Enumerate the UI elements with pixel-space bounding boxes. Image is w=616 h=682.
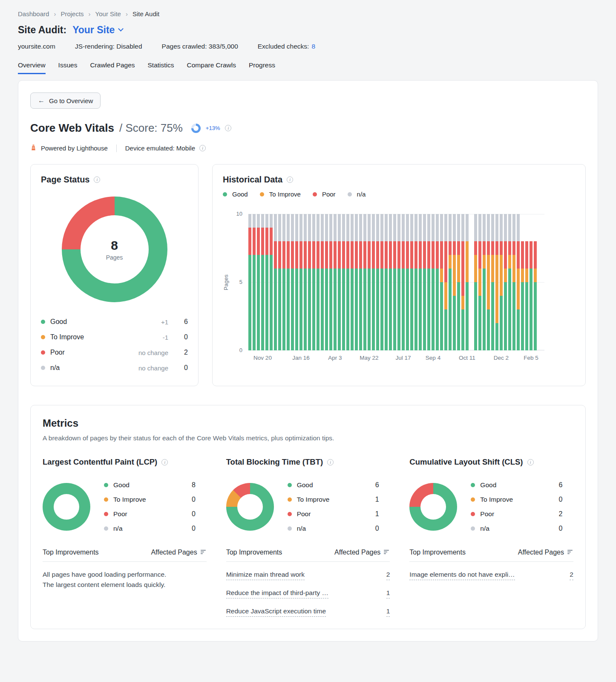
history-bar[interactable] <box>466 214 469 350</box>
history-bar[interactable] <box>338 214 341 350</box>
history-bar[interactable] <box>406 214 409 350</box>
history-bar[interactable] <box>359 214 362 350</box>
history-bar[interactable] <box>483 214 486 350</box>
history-bar[interactable] <box>317 214 320 350</box>
history-bar[interactable] <box>270 214 273 350</box>
improvement-link[interactable]: Minimize main thread work <box>226 571 305 580</box>
history-bar[interactable] <box>274 214 277 350</box>
history-bar[interactable] <box>295 214 298 350</box>
history-bar[interactable] <box>491 214 494 350</box>
history-bar[interactable] <box>248 214 251 350</box>
history-bar[interactable] <box>402 214 405 350</box>
breadcrumb-item-dashboard[interactable]: Dashboard <box>18 10 49 17</box>
history-bar[interactable] <box>393 214 396 350</box>
history-bar[interactable] <box>508 214 511 350</box>
legend-label: Poor <box>322 191 336 198</box>
history-bar[interactable] <box>517 214 520 350</box>
history-bar[interactable] <box>423 214 426 350</box>
history-bar[interactable] <box>376 214 379 350</box>
tab-crawled-pages[interactable]: Crawled Pages <box>90 61 135 74</box>
breadcrumb-item-projects[interactable]: Projects <box>60 10 83 17</box>
history-bar[interactable] <box>410 214 413 350</box>
history-bar[interactable] <box>299 214 302 350</box>
history-bar[interactable] <box>312 214 315 350</box>
history-bar[interactable] <box>368 214 371 350</box>
history-bar[interactable] <box>415 214 417 350</box>
history-bar[interactable] <box>278 214 281 350</box>
history-bar[interactable] <box>521 241 524 350</box>
history-bar[interactable] <box>436 214 439 350</box>
info-icon[interactable]: i <box>199 145 206 151</box>
history-bar[interactable] <box>325 214 328 350</box>
excluded-checks-link[interactable]: 8 <box>311 43 315 50</box>
history-bar[interactable] <box>530 241 533 350</box>
history-bar[interactable] <box>444 214 447 350</box>
history-bar[interactable] <box>478 214 481 350</box>
tab-statistics[interactable]: Statistics <box>148 61 174 74</box>
history-bar[interactable] <box>512 214 515 350</box>
info-icon[interactable]: i <box>287 176 293 183</box>
history-bar[interactable] <box>363 214 366 350</box>
affected-pages-count-link[interactable]: 1 <box>386 589 390 598</box>
history-bar[interactable] <box>534 241 537 350</box>
history-bar[interactable] <box>355 214 358 350</box>
history-bar[interactable] <box>440 214 443 350</box>
improvement-link[interactable]: Reduce the impact of third-party … <box>226 589 328 598</box>
history-bar[interactable] <box>380 214 383 350</box>
affected-pages-count-link[interactable]: 1 <box>386 607 390 617</box>
history-bar[interactable] <box>432 214 435 350</box>
history-bar[interactable] <box>304 214 307 350</box>
tab-issues[interactable]: Issues <box>58 61 78 74</box>
history-bar[interactable] <box>461 214 464 350</box>
history-bar[interactable] <box>342 214 345 350</box>
history-bar[interactable] <box>504 214 507 350</box>
history-bar[interactable] <box>321 214 324 350</box>
history-bar[interactable] <box>457 214 460 350</box>
poor-segment <box>355 241 358 269</box>
go-to-overview-button[interactable]: ← Go to Overview <box>30 92 101 109</box>
history-bar[interactable] <box>372 214 375 350</box>
tab-overview[interactable]: Overview <box>18 61 46 74</box>
history-bar[interactable] <box>495 214 498 350</box>
history-bar[interactable] <box>308 214 311 350</box>
history-bar[interactable] <box>287 214 290 350</box>
history-bar[interactable] <box>329 214 332 350</box>
history-bar[interactable] <box>427 214 430 350</box>
history-bar[interactable] <box>449 214 452 350</box>
history-bar[interactable] <box>385 214 388 350</box>
history-bar[interactable] <box>346 214 349 350</box>
metric-summary: Good6To Improve0Poor2n/a0 <box>409 478 573 536</box>
history-bar[interactable] <box>282 214 285 350</box>
info-icon[interactable]: i <box>94 176 100 183</box>
history-bar[interactable] <box>389 214 392 350</box>
affected-pages-count-link[interactable]: 2 <box>570 571 573 580</box>
history-bar[interactable] <box>500 214 503 350</box>
affected-pages-count-link[interactable]: 2 <box>386 571 390 580</box>
improvement-link[interactable]: Image elements do not have expli… <box>409 571 515 580</box>
history-bar[interactable] <box>419 214 422 350</box>
history-bar[interactable] <box>291 214 294 350</box>
history-bar[interactable] <box>397 214 400 350</box>
info-icon[interactable]: i <box>527 459 534 465</box>
history-bar[interactable] <box>253 214 256 350</box>
history-bar[interactable] <box>334 214 337 350</box>
tab-progress[interactable]: Progress <box>249 61 275 74</box>
history-bar[interactable] <box>453 214 456 350</box>
history-bar[interactable] <box>265 214 268 350</box>
sort-icon[interactable] <box>201 549 207 556</box>
history-bar[interactable] <box>261 214 264 350</box>
history-bar[interactable] <box>525 241 528 350</box>
sort-icon[interactable] <box>384 549 390 556</box>
improvement-link[interactable]: Reduce JavaScript execution time <box>226 607 326 617</box>
history-bar[interactable] <box>474 214 477 350</box>
history-bar[interactable] <box>351 214 354 350</box>
tab-compare-crawls[interactable]: Compare Crawls <box>187 61 236 74</box>
history-bar[interactable] <box>257 214 260 350</box>
breadcrumb-item-your-site[interactable]: Your Site <box>95 10 121 17</box>
sort-icon[interactable] <box>567 549 573 556</box>
info-icon[interactable]: i <box>327 459 334 465</box>
history-bar[interactable] <box>487 214 490 350</box>
site-selector[interactable]: Your Site <box>72 24 123 36</box>
info-icon[interactable]: i <box>225 125 231 131</box>
info-icon[interactable]: i <box>161 459 168 465</box>
